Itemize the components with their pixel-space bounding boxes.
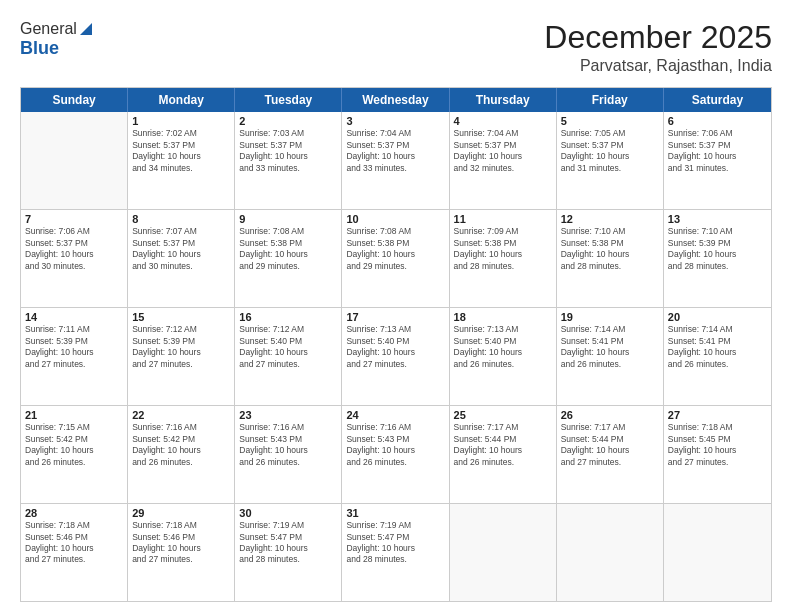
logo-icon (78, 21, 94, 37)
cell-line: and 30 minutes. (132, 261, 230, 272)
cell-line: Daylight: 10 hours (132, 151, 230, 162)
cell-line: Sunset: 5:37 PM (346, 140, 444, 151)
cell-line: Sunrise: 7:14 AM (561, 324, 659, 335)
day-number: 7 (25, 213, 123, 225)
calendar: SundayMondayTuesdayWednesdayThursdayFrid… (20, 87, 772, 602)
cal-cell: 7Sunrise: 7:06 AMSunset: 5:37 PMDaylight… (21, 210, 128, 307)
cell-line: Sunset: 5:37 PM (132, 140, 230, 151)
cell-line: Daylight: 10 hours (668, 249, 767, 260)
cell-line: Sunset: 5:45 PM (668, 434, 767, 445)
day-number: 19 (561, 311, 659, 323)
cal-header-day: Wednesday (342, 88, 449, 112)
cell-line: Sunrise: 7:08 AM (346, 226, 444, 237)
cell-line: Sunrise: 7:12 AM (132, 324, 230, 335)
logo-line2: Blue (20, 38, 59, 59)
cell-line: and 26 minutes. (561, 359, 659, 370)
day-number: 31 (346, 507, 444, 519)
cell-line: and 28 minutes. (561, 261, 659, 272)
cal-cell: 25Sunrise: 7:17 AMSunset: 5:44 PMDayligh… (450, 406, 557, 503)
cell-line: Sunset: 5:37 PM (454, 140, 552, 151)
cell-line: Daylight: 10 hours (454, 347, 552, 358)
day-number: 30 (239, 507, 337, 519)
cell-line: Sunset: 5:47 PM (239, 532, 337, 543)
cal-cell: 23Sunrise: 7:16 AMSunset: 5:43 PMDayligh… (235, 406, 342, 503)
cell-line: Daylight: 10 hours (132, 347, 230, 358)
cell-line: Sunset: 5:44 PM (454, 434, 552, 445)
cell-line: Daylight: 10 hours (239, 445, 337, 456)
cell-line: Sunrise: 7:08 AM (239, 226, 337, 237)
cell-line: Sunrise: 7:10 AM (561, 226, 659, 237)
cell-line: Sunrise: 7:03 AM (239, 128, 337, 139)
cell-line: Sunrise: 7:18 AM (668, 422, 767, 433)
day-number: 20 (668, 311, 767, 323)
cell-line: Daylight: 10 hours (454, 445, 552, 456)
cal-header-day: Monday (128, 88, 235, 112)
cell-line: Sunset: 5:42 PM (132, 434, 230, 445)
cell-line: and 27 minutes. (132, 554, 230, 565)
cell-line: and 31 minutes. (668, 163, 767, 174)
cell-line: Sunrise: 7:15 AM (25, 422, 123, 433)
cell-line: Sunset: 5:40 PM (239, 336, 337, 347)
cell-line: Daylight: 10 hours (668, 445, 767, 456)
cell-line: and 26 minutes. (132, 457, 230, 468)
cell-line: Daylight: 10 hours (239, 543, 337, 554)
cal-cell: 8Sunrise: 7:07 AMSunset: 5:37 PMDaylight… (128, 210, 235, 307)
cell-line: Sunset: 5:39 PM (132, 336, 230, 347)
cal-cell: 24Sunrise: 7:16 AMSunset: 5:43 PMDayligh… (342, 406, 449, 503)
cal-header-day: Friday (557, 88, 664, 112)
cal-cell: 28Sunrise: 7:18 AMSunset: 5:46 PMDayligh… (21, 504, 128, 601)
cell-line: Daylight: 10 hours (25, 445, 123, 456)
cal-cell: 3Sunrise: 7:04 AMSunset: 5:37 PMDaylight… (342, 112, 449, 209)
cell-line: Sunset: 5:43 PM (239, 434, 337, 445)
cal-cell: 19Sunrise: 7:14 AMSunset: 5:41 PMDayligh… (557, 308, 664, 405)
day-number: 24 (346, 409, 444, 421)
cal-cell: 17Sunrise: 7:13 AMSunset: 5:40 PMDayligh… (342, 308, 449, 405)
day-number: 13 (668, 213, 767, 225)
cell-line: and 29 minutes. (346, 261, 444, 272)
cal-cell: 30Sunrise: 7:19 AMSunset: 5:47 PMDayligh… (235, 504, 342, 601)
cell-line: and 30 minutes. (25, 261, 123, 272)
day-number: 16 (239, 311, 337, 323)
cell-line: and 27 minutes. (25, 554, 123, 565)
cell-line: Daylight: 10 hours (346, 543, 444, 554)
cell-line: Daylight: 10 hours (346, 151, 444, 162)
cell-line: Daylight: 10 hours (454, 151, 552, 162)
cal-cell: 11Sunrise: 7:09 AMSunset: 5:38 PMDayligh… (450, 210, 557, 307)
cell-line: Daylight: 10 hours (346, 347, 444, 358)
cell-line: Sunset: 5:47 PM (346, 532, 444, 543)
cell-line: Sunset: 5:38 PM (561, 238, 659, 249)
cell-line: Daylight: 10 hours (132, 445, 230, 456)
cell-line: Sunset: 5:41 PM (668, 336, 767, 347)
cell-line: Sunrise: 7:14 AM (668, 324, 767, 335)
cal-cell: 26Sunrise: 7:17 AMSunset: 5:44 PMDayligh… (557, 406, 664, 503)
cell-line: and 28 minutes. (454, 261, 552, 272)
cell-line: Daylight: 10 hours (25, 347, 123, 358)
cell-line: and 26 minutes. (454, 359, 552, 370)
cell-line: and 27 minutes. (561, 457, 659, 468)
day-number: 14 (25, 311, 123, 323)
cal-cell: 29Sunrise: 7:18 AMSunset: 5:46 PMDayligh… (128, 504, 235, 601)
cell-line: Sunrise: 7:05 AM (561, 128, 659, 139)
cell-line: and 27 minutes. (346, 359, 444, 370)
cell-line: Sunset: 5:38 PM (239, 238, 337, 249)
cal-cell: 12Sunrise: 7:10 AMSunset: 5:38 PMDayligh… (557, 210, 664, 307)
cal-header-day: Tuesday (235, 88, 342, 112)
cell-line: Sunset: 5:37 PM (239, 140, 337, 151)
cell-line: and 26 minutes. (25, 457, 123, 468)
page: General Blue December 2025 Parvatsar, Ra… (0, 0, 792, 612)
cal-cell: 31Sunrise: 7:19 AMSunset: 5:47 PMDayligh… (342, 504, 449, 601)
cell-line: Daylight: 10 hours (561, 249, 659, 260)
cell-line: Sunrise: 7:10 AM (668, 226, 767, 237)
cell-line: Sunset: 5:39 PM (25, 336, 123, 347)
logo-blue-text: Blue (20, 38, 59, 58)
day-number: 15 (132, 311, 230, 323)
cell-line: Daylight: 10 hours (239, 151, 337, 162)
day-number: 27 (668, 409, 767, 421)
cell-line: Daylight: 10 hours (668, 151, 767, 162)
day-number: 12 (561, 213, 659, 225)
cell-line: Daylight: 10 hours (668, 347, 767, 358)
cell-line: and 26 minutes. (668, 359, 767, 370)
cell-line: Sunrise: 7:19 AM (239, 520, 337, 531)
cell-line: Sunset: 5:38 PM (454, 238, 552, 249)
cal-cell: 14Sunrise: 7:11 AMSunset: 5:39 PMDayligh… (21, 308, 128, 405)
